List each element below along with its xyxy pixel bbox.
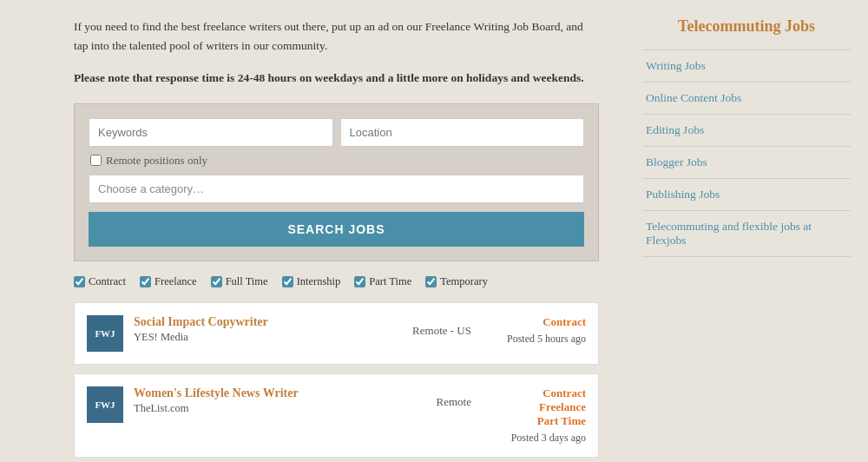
- category-select[interactable]: Choose a category…: [89, 175, 584, 203]
- sidebar: Telecommuting Jobs Writing JobsOnline Co…: [625, 0, 868, 462]
- job-type-badge: Contract: [482, 315, 586, 329]
- job-posted: Posted 3 days ago: [482, 432, 586, 445]
- sidebar-nav-link[interactable]: Online Content Jobs: [642, 82, 851, 115]
- job-meta: ContractPosted 5 hours ago: [482, 315, 586, 346]
- search-jobs-button[interactable]: SEARCH JOBS: [89, 212, 584, 247]
- sidebar-nav-link[interactable]: Blogger Jobs: [642, 147, 851, 179]
- job-logo: FWJ: [87, 386, 123, 423]
- job-location: Remote - US: [412, 315, 471, 338]
- job-card: FWJSocial Impact CopywriterYES! MediaRem…: [74, 302, 599, 365]
- filter-temporary[interactable]: Temporary: [425, 275, 488, 288]
- job-meta: ContractFreelancePart TimePosted 3 days …: [482, 386, 586, 445]
- job-type-badge: Part Time: [482, 414, 586, 428]
- sidebar-nav-link[interactable]: Telecommuting and flexible jobs at Flexj…: [642, 211, 851, 257]
- remote-only-checkbox[interactable]: [90, 155, 102, 166]
- job-location: Remote: [437, 386, 471, 409]
- location-input[interactable]: [340, 118, 585, 147]
- job-info: Women's Lifestyle News WriterTheList.com: [134, 386, 426, 415]
- job-posted: Posted 5 hours ago: [482, 333, 586, 346]
- intro-paragraph-1: If you need to find the best freelance w…: [74, 17, 599, 55]
- search-box: Remote positions only Choose a category……: [74, 103, 599, 261]
- filter-internship[interactable]: Internship: [282, 275, 341, 288]
- filter-freelance[interactable]: Freelance: [140, 275, 197, 288]
- job-company: YES! Media: [134, 331, 402, 344]
- remote-only-label: Remote positions only: [106, 154, 207, 168]
- filter-fulltime[interactable]: Full Time: [211, 275, 268, 288]
- filter-checkboxes: Contract Freelance Full Time Internship …: [74, 275, 599, 288]
- remote-checkbox-row: Remote positions only: [89, 154, 584, 168]
- job-type-badge: Freelance: [482, 400, 586, 414]
- intro-paragraph-2: Please note that response time is 24-48 …: [74, 69, 599, 88]
- job-title-link[interactable]: Social Impact Copywriter: [134, 315, 402, 329]
- search-row-inputs: [89, 118, 584, 147]
- job-type-badge: Contract: [482, 386, 586, 400]
- job-card: FWJWomen's Lifestyle News WriterTheList.…: [74, 373, 599, 458]
- main-content: If you need to find the best freelance w…: [0, 0, 625, 462]
- job-title-link[interactable]: Women's Lifestyle News Writer: [134, 386, 426, 400]
- job-list: FWJSocial Impact CopywriterYES! MediaRem…: [74, 302, 599, 462]
- sidebar-title: Telecommuting Jobs: [642, 17, 851, 36]
- filter-contract[interactable]: Contract: [74, 275, 126, 288]
- sidebar-nav-link[interactable]: Editing Jobs: [642, 115, 851, 147]
- job-company: TheList.com: [134, 402, 426, 415]
- job-logo: FWJ: [87, 315, 123, 352]
- sidebar-nav: Writing JobsOnline Content JobsEditing J…: [642, 50, 851, 257]
- keywords-input[interactable]: [89, 118, 333, 147]
- job-info: Social Impact CopywriterYES! Media: [134, 315, 402, 344]
- sidebar-nav-link[interactable]: Publishing Jobs: [642, 179, 851, 211]
- sidebar-nav-link[interactable]: Writing Jobs: [642, 50, 851, 82]
- filter-parttime[interactable]: Part Time: [354, 275, 411, 288]
